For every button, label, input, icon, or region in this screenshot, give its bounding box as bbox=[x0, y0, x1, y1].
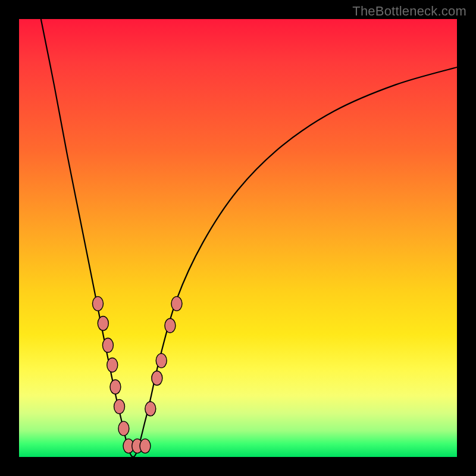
marker-point bbox=[165, 318, 176, 333]
marker-point bbox=[102, 338, 113, 352]
marker-point bbox=[152, 371, 162, 386]
marker-point bbox=[118, 421, 129, 436]
marker-point bbox=[145, 402, 156, 416]
bottleneck-curve bbox=[41, 19, 457, 457]
marker-point bbox=[156, 353, 167, 368]
marker-point bbox=[107, 358, 118, 372]
highlighted-points bbox=[92, 296, 181, 453]
plot-area bbox=[19, 19, 457, 457]
curve-path bbox=[41, 19, 457, 457]
marker-point bbox=[114, 399, 125, 414]
chart-frame: TheBottleneck.com bbox=[0, 0, 476, 476]
marker-point bbox=[98, 317, 108, 331]
watermark-text: TheBottleneck.com bbox=[352, 4, 466, 19]
marker-point bbox=[92, 296, 103, 311]
marker-point bbox=[140, 439, 151, 453]
marker-point bbox=[110, 380, 121, 394]
marker-point bbox=[171, 296, 182, 311]
chart-svg bbox=[19, 19, 457, 457]
